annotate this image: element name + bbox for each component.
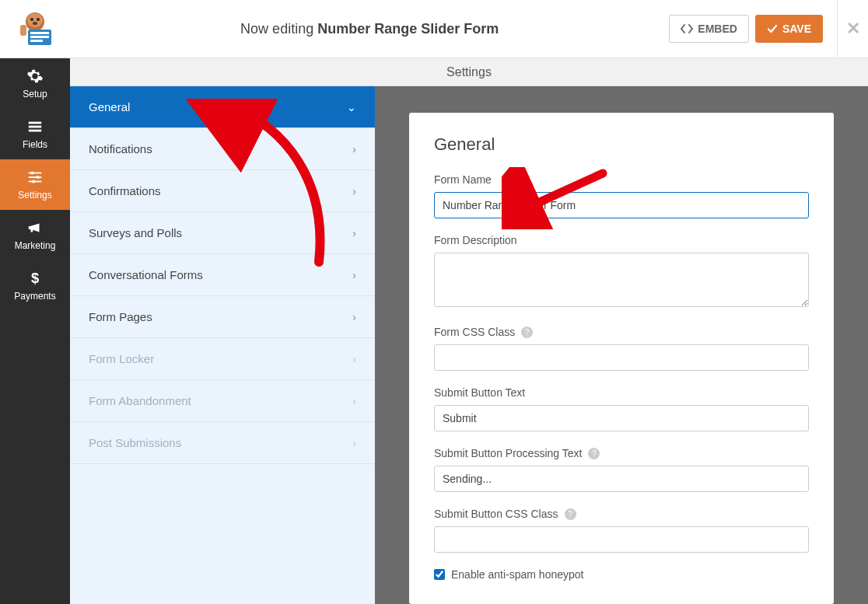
css-class-label: Form CSS Class — [434, 326, 515, 338]
chevron-right-icon: › — [352, 143, 356, 155]
page-title: Now editing Number Range Slider Form — [70, 21, 669, 37]
sliders-icon — [26, 169, 44, 186]
submit-processing-input[interactable] — [434, 466, 809, 492]
editing-prefix: Now editing — [240, 21, 313, 37]
section-postsubmissions[interactable]: Post Submissions › — [70, 422, 375, 464]
svg-point-18 — [32, 180, 35, 183]
settings-header-label: Settings — [446, 65, 492, 79]
section-conversational-label: Conversational Forms — [89, 268, 203, 281]
chevron-right-icon: › — [352, 437, 356, 449]
section-confirmations[interactable]: Confirmations › — [70, 170, 375, 212]
app-logo — [0, 8, 70, 50]
embed-button[interactable]: EMBED — [669, 15, 749, 43]
dollar-icon: $ — [26, 270, 44, 287]
honeypot-checkbox[interactable] — [434, 569, 445, 580]
settings-section-list: General ⌄ Notifications › Confirmations … — [70, 58, 375, 604]
close-column: ✕ — [837, 0, 868, 58]
svg-point-17 — [37, 176, 40, 179]
code-icon — [681, 23, 693, 35]
field-submit-processing: Submit Button Processing Text ? — [434, 447, 809, 492]
submit-css-input[interactable] — [434, 526, 809, 553]
svg-rect-6 — [30, 32, 49, 34]
svg-point-1 — [27, 13, 43, 27]
form-title: Number Range Slider Form — [317, 21, 499, 37]
field-form-desc: Form Description — [434, 234, 809, 310]
close-icon[interactable]: ✕ — [846, 19, 860, 39]
svg-rect-10 — [29, 122, 42, 124]
section-notifications-label: Notifications — [89, 142, 152, 155]
submit-text-input[interactable] — [434, 405, 809, 431]
svg-text:$: $ — [31, 270, 39, 286]
svg-rect-12 — [29, 130, 42, 132]
svg-rect-8 — [30, 40, 43, 42]
section-surveys[interactable]: Surveys and Polls › — [70, 212, 375, 254]
settings-header: Settings — [70, 58, 868, 86]
nav-payments[interactable]: $ Payments — [0, 260, 70, 311]
form-name-input[interactable] — [434, 192, 809, 218]
settings-panel-area: General Form Name Form Description Form … — [375, 58, 868, 604]
embed-label: EMBED — [698, 23, 737, 35]
chevron-right-icon: › — [352, 269, 356, 281]
form-desc-input[interactable] — [434, 253, 809, 307]
bullhorn-icon — [26, 219, 44, 236]
general-panel: General Form Name Form Description Form … — [409, 113, 834, 604]
save-button[interactable]: SAVE — [755, 15, 823, 43]
svg-rect-14 — [29, 176, 42, 178]
section-formlocker-label: Form Locker — [89, 352, 154, 365]
nav-fields[interactable]: Fields — [0, 109, 70, 159]
submit-css-label: Submit Button CSS Class — [434, 508, 558, 520]
section-formlocker[interactable]: Form Locker › — [70, 338, 375, 380]
wpforms-logo-icon — [14, 8, 56, 50]
help-icon[interactable]: ? — [521, 326, 533, 338]
section-formpages-label: Form Pages — [89, 310, 152, 323]
submit-processing-label: Submit Button Processing Text — [434, 447, 582, 459]
css-class-input[interactable] — [434, 344, 809, 371]
svg-point-3 — [37, 18, 40, 21]
help-icon[interactable]: ? — [565, 508, 576, 520]
nav-marketing-label: Marketing — [15, 240, 56, 251]
nav-setup-label: Setup — [23, 89, 47, 100]
section-abandonment[interactable]: Form Abandonment › — [70, 380, 375, 422]
submit-text-label: Submit Button Text — [434, 386, 809, 399]
list-icon — [26, 118, 44, 135]
svg-point-2 — [30, 18, 33, 21]
chevron-right-icon: › — [352, 311, 356, 323]
section-notifications[interactable]: Notifications › — [70, 128, 375, 170]
field-css-class: Form CSS Class ? — [434, 326, 809, 371]
left-nav: Setup Fields Settings Marketing $ Paymen… — [0, 58, 70, 604]
content-columns: Settings General ⌄ Notifications › Confi… — [70, 58, 868, 604]
honeypot-label: Enable anti-spam honeypot — [451, 568, 583, 581]
chevron-right-icon: › — [352, 227, 356, 239]
chevron-down-icon: ⌄ — [347, 101, 356, 113]
section-general-label: General — [89, 100, 130, 113]
section-general[interactable]: General ⌄ — [70, 86, 375, 128]
main-area: Setup Fields Settings Marketing $ Paymen… — [0, 58, 868, 604]
save-label: SAVE — [782, 23, 811, 35]
nav-fields-label: Fields — [23, 139, 47, 150]
form-desc-label: Form Description — [434, 234, 809, 246]
form-name-label: Form Name — [434, 173, 809, 186]
nav-settings-label: Settings — [18, 190, 51, 201]
field-honeypot: Enable anti-spam honeypot — [434, 568, 809, 581]
nav-payments-label: Payments — [14, 291, 55, 302]
section-conversational[interactable]: Conversational Forms › — [70, 254, 375, 296]
section-confirmations-label: Confirmations — [89, 184, 161, 197]
chevron-right-icon: › — [352, 185, 356, 197]
section-formpages[interactable]: Form Pages › — [70, 296, 375, 338]
gear-icon — [26, 68, 44, 85]
chevron-right-icon: › — [352, 353, 356, 365]
top-bar: Now editing Number Range Slider Form EMB… — [0, 0, 868, 58]
svg-rect-11 — [29, 126, 42, 128]
field-submit-css: Submit Button CSS Class ? — [434, 508, 809, 553]
svg-point-16 — [30, 171, 33, 174]
nav-setup[interactable]: Setup — [0, 58, 70, 109]
nav-settings[interactable]: Settings — [0, 159, 70, 210]
svg-point-4 — [33, 22, 37, 25]
section-postsubmissions-label: Post Submissions — [89, 436, 181, 449]
nav-marketing[interactable]: Marketing — [0, 210, 70, 260]
panel-title: General — [434, 134, 809, 155]
svg-rect-7 — [30, 36, 49, 38]
help-icon[interactable]: ? — [588, 448, 600, 459]
section-abandonment-label: Form Abandonment — [89, 394, 191, 407]
header-actions: EMBED SAVE — [669, 15, 837, 43]
